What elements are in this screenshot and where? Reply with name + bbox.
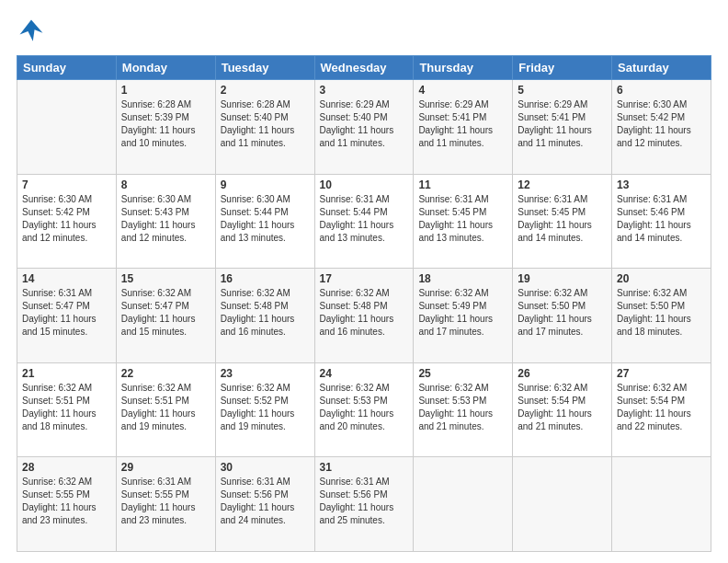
calendar-cell: 7Sunrise: 6:30 AM Sunset: 5:42 PM Daylig… (17, 174, 117, 269)
calendar-cell: 12Sunrise: 6:31 AM Sunset: 5:45 PM Dayli… (513, 174, 612, 269)
calendar-cell (17, 80, 117, 175)
day-number: 5 (518, 84, 607, 97)
day-info: Sunrise: 6:32 AM Sunset: 5:51 PM Dayligh… (22, 382, 111, 433)
day-header-thursday: Thursday (414, 56, 513, 80)
day-info: Sunrise: 6:31 AM Sunset: 5:47 PM Dayligh… (22, 287, 111, 339)
day-info: Sunrise: 6:31 AM Sunset: 5:55 PM Dayligh… (121, 476, 210, 527)
day-info: Sunrise: 6:29 AM Sunset: 5:41 PM Dayligh… (418, 98, 507, 150)
calendar-cell (414, 457, 513, 552)
calendar-cell: 26Sunrise: 6:32 AM Sunset: 5:54 PM Dayli… (513, 362, 612, 457)
day-info: Sunrise: 6:32 AM Sunset: 5:50 PM Dayligh… (518, 287, 607, 339)
day-number: 10 (320, 178, 409, 191)
day-info: Sunrise: 6:30 AM Sunset: 5:43 PM Dayligh… (121, 193, 210, 245)
day-header-sunday: Sunday (17, 56, 117, 80)
day-number: 15 (121, 272, 210, 285)
day-info: Sunrise: 6:28 AM Sunset: 5:40 PM Dayligh… (221, 98, 310, 150)
day-number: 30 (221, 461, 310, 474)
day-info: Sunrise: 6:29 AM Sunset: 5:41 PM Dayligh… (518, 98, 607, 150)
day-number: 28 (22, 461, 111, 474)
day-info: Sunrise: 6:31 AM Sunset: 5:46 PM Dayligh… (617, 193, 706, 245)
day-header-monday: Monday (116, 56, 215, 80)
calendar-cell: 13Sunrise: 6:31 AM Sunset: 5:46 PM Dayli… (612, 174, 711, 269)
day-info: Sunrise: 6:31 AM Sunset: 5:45 PM Dayligh… (518, 193, 607, 245)
day-header-tuesday: Tuesday (215, 56, 314, 80)
calendar-cell: 19Sunrise: 6:32 AM Sunset: 5:50 PM Dayli… (513, 269, 612, 363)
logo-icon (17, 17, 46, 46)
header (17, 17, 711, 46)
day-number: 19 (518, 272, 607, 285)
calendar-cell: 28Sunrise: 6:32 AM Sunset: 5:55 PM Dayli… (17, 457, 117, 552)
day-number: 1 (121, 84, 210, 97)
day-info: Sunrise: 6:30 AM Sunset: 5:42 PM Dayligh… (22, 193, 111, 245)
calendar-week-4: 21Sunrise: 6:32 AM Sunset: 5:51 PM Dayli… (17, 362, 711, 457)
calendar-cell: 8Sunrise: 6:30 AM Sunset: 5:43 PM Daylig… (116, 174, 215, 269)
day-number: 31 (320, 461, 409, 474)
calendar-cell: 17Sunrise: 6:32 AM Sunset: 5:48 PM Dayli… (314, 269, 414, 363)
calendar-week-2: 7Sunrise: 6:30 AM Sunset: 5:42 PM Daylig… (17, 174, 711, 269)
day-info: Sunrise: 6:30 AM Sunset: 5:42 PM Dayligh… (617, 98, 706, 150)
calendar-cell (513, 457, 612, 552)
day-header-wednesday: Wednesday (314, 56, 414, 80)
day-number: 7 (22, 178, 111, 191)
calendar-cell: 11Sunrise: 6:31 AM Sunset: 5:45 PM Dayli… (414, 174, 513, 269)
calendar-table: SundayMondayTuesdayWednesdayThursdayFrid… (17, 55, 711, 552)
calendar-cell: 16Sunrise: 6:32 AM Sunset: 5:48 PM Dayli… (215, 269, 314, 363)
calendar-cell: 15Sunrise: 6:32 AM Sunset: 5:47 PM Dayli… (116, 269, 215, 363)
day-info: Sunrise: 6:31 AM Sunset: 5:44 PM Dayligh… (320, 193, 409, 245)
day-number: 27 (617, 367, 706, 380)
day-info: Sunrise: 6:32 AM Sunset: 5:53 PM Dayligh… (320, 382, 409, 433)
day-info: Sunrise: 6:31 AM Sunset: 5:56 PM Dayligh… (221, 476, 310, 527)
calendar-cell: 18Sunrise: 6:32 AM Sunset: 5:49 PM Dayli… (414, 269, 513, 363)
calendar-cell: 23Sunrise: 6:32 AM Sunset: 5:52 PM Dayli… (215, 362, 314, 457)
day-info: Sunrise: 6:32 AM Sunset: 5:54 PM Dayligh… (617, 382, 706, 433)
calendar-cell: 20Sunrise: 6:32 AM Sunset: 5:50 PM Dayli… (612, 269, 711, 363)
day-info: Sunrise: 6:32 AM Sunset: 5:55 PM Dayligh… (22, 476, 111, 527)
day-number: 16 (221, 272, 310, 285)
day-header-saturday: Saturday (612, 56, 711, 80)
day-header-friday: Friday (513, 56, 612, 80)
calendar-cell: 27Sunrise: 6:32 AM Sunset: 5:54 PM Dayli… (612, 362, 711, 457)
calendar-week-1: 1Sunrise: 6:28 AM Sunset: 5:39 PM Daylig… (17, 80, 711, 175)
day-number: 9 (221, 178, 310, 191)
calendar-cell (612, 457, 711, 552)
day-info: Sunrise: 6:32 AM Sunset: 5:47 PM Dayligh… (121, 287, 210, 339)
day-number: 22 (121, 367, 210, 380)
day-info: Sunrise: 6:32 AM Sunset: 5:51 PM Dayligh… (121, 382, 210, 433)
day-number: 14 (22, 272, 111, 285)
day-info: Sunrise: 6:32 AM Sunset: 5:48 PM Dayligh… (320, 287, 409, 339)
calendar-cell: 10Sunrise: 6:31 AM Sunset: 5:44 PM Dayli… (314, 174, 414, 269)
day-number: 17 (320, 272, 409, 285)
day-info: Sunrise: 6:31 AM Sunset: 5:45 PM Dayligh… (418, 193, 507, 245)
svg-marker-0 (20, 20, 43, 41)
calendar-cell: 9Sunrise: 6:30 AM Sunset: 5:44 PM Daylig… (215, 174, 314, 269)
page: SundayMondayTuesdayWednesdayThursdayFrid… (0, 0, 728, 563)
calendar-cell: 31Sunrise: 6:31 AM Sunset: 5:56 PM Dayli… (314, 457, 414, 552)
calendar-cell: 29Sunrise: 6:31 AM Sunset: 5:55 PM Dayli… (116, 457, 215, 552)
day-number: 2 (221, 84, 310, 97)
calendar-cell: 25Sunrise: 6:32 AM Sunset: 5:53 PM Dayli… (414, 362, 513, 457)
calendar-cell: 21Sunrise: 6:32 AM Sunset: 5:51 PM Dayli… (17, 362, 117, 457)
calendar-header-row: SundayMondayTuesdayWednesdayThursdayFrid… (17, 56, 711, 80)
calendar-cell: 5Sunrise: 6:29 AM Sunset: 5:41 PM Daylig… (513, 80, 612, 175)
calendar-cell: 3Sunrise: 6:29 AM Sunset: 5:40 PM Daylig… (314, 80, 414, 175)
day-info: Sunrise: 6:28 AM Sunset: 5:39 PM Dayligh… (121, 98, 210, 150)
day-number: 6 (617, 84, 706, 97)
calendar-cell: 24Sunrise: 6:32 AM Sunset: 5:53 PM Dayli… (314, 362, 414, 457)
day-number: 18 (418, 272, 507, 285)
day-number: 4 (418, 84, 507, 97)
day-info: Sunrise: 6:30 AM Sunset: 5:44 PM Dayligh… (221, 193, 310, 245)
day-number: 11 (418, 178, 507, 191)
day-info: Sunrise: 6:32 AM Sunset: 5:49 PM Dayligh… (418, 287, 507, 339)
day-info: Sunrise: 6:32 AM Sunset: 5:53 PM Dayligh… (418, 382, 507, 433)
day-number: 24 (320, 367, 409, 380)
day-info: Sunrise: 6:32 AM Sunset: 5:50 PM Dayligh… (617, 287, 706, 339)
calendar-cell: 2Sunrise: 6:28 AM Sunset: 5:40 PM Daylig… (215, 80, 314, 175)
calendar-cell: 1Sunrise: 6:28 AM Sunset: 5:39 PM Daylig… (116, 80, 215, 175)
day-info: Sunrise: 6:29 AM Sunset: 5:40 PM Dayligh… (320, 98, 409, 150)
calendar-cell: 30Sunrise: 6:31 AM Sunset: 5:56 PM Dayli… (215, 457, 314, 552)
calendar-week-3: 14Sunrise: 6:31 AM Sunset: 5:47 PM Dayli… (17, 269, 711, 363)
logo (17, 17, 50, 46)
day-info: Sunrise: 6:31 AM Sunset: 5:56 PM Dayligh… (320, 476, 409, 527)
day-number: 13 (617, 178, 706, 191)
calendar-cell: 6Sunrise: 6:30 AM Sunset: 5:42 PM Daylig… (612, 80, 711, 175)
